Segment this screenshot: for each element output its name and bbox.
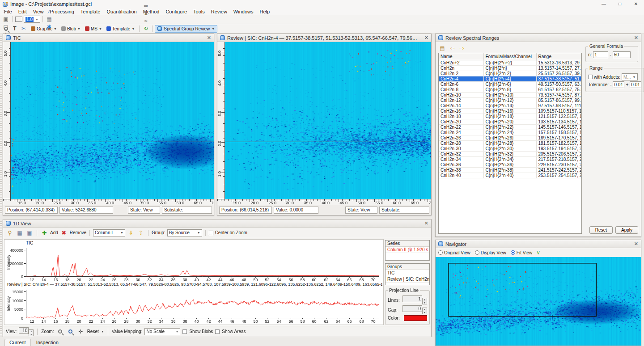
dock-grip[interactable] (0, 36, 2, 214)
apply-template-icon[interactable]: ▲ (142, 10, 150, 17)
navigator-image[interactable] (436, 257, 641, 346)
zoom-level-combo[interactable]: 1.0▼ (24, 16, 40, 23)
value-mapping-combo[interactable]: No Scale▼ (144, 328, 180, 335)
range-row-CnH2n-40[interactable]: CnH2n-40C{n}H{2*n-40}253.5157-254.5157, … (439, 173, 581, 178)
data-table-icon[interactable]: ▦ (45, 16, 53, 23)
zoom-window-icon[interactable]: ◻ (45, 0, 53, 8)
column-combo[interactable]: Column I▼ (93, 229, 125, 236)
move-template-icon[interactable]: ⇒ (142, 2, 150, 10)
range-row-CnH2n-32[interactable]: CnH2n-32C{n}H{2*n-32}205.5157-206.5157, … (439, 151, 581, 156)
column-header-name[interactable]: Name (439, 53, 483, 60)
colormap-icon[interactable] (15, 16, 23, 23)
range-row-CnH2n-34[interactable]: CnH2n-34C{n}H{2*n-34}217.5157-218.5157, … (439, 156, 581, 162)
n-from-input[interactable]: 1 (593, 51, 608, 58)
range-row-CnH2n-24[interactable]: CnH2n-24C{n}H{2*n-24}157.5157-158.5157, … (439, 130, 581, 135)
add-label[interactable]: Add (50, 230, 58, 235)
menu-configure[interactable]: Configure (162, 9, 190, 14)
zoom-reset-label[interactable]: Reset (87, 329, 99, 334)
reset-button[interactable]: Reset (589, 226, 613, 234)
group-item[interactable]: TIC (386, 270, 429, 276)
range-row-CnH2n-16[interactable]: CnH2n-16C{n}H{2*n-16}109.5157-110.5157, … (439, 108, 581, 114)
view-count-input[interactable]: 10 (19, 327, 29, 334)
range-row-CnH2n-4[interactable]: CnH2n-4C{n}H{2*n-4}37.5157-38.5157, 51.5… (439, 76, 581, 81)
column-header-range[interactable]: Range (536, 53, 581, 60)
range-row-CnH2n-8[interactable]: CnH2n-8C{n}H{2*n-8}61.5157-62.5157, 75.5… (439, 87, 581, 92)
tic-1d-chart[interactable] (6, 246, 382, 282)
menu-template[interactable]: Template (77, 9, 104, 14)
copy-plot-icon[interactable]: ▣ (25, 229, 34, 236)
search-icon[interactable] (2, 25, 10, 33)
range-row-CnH2n[interactable]: CnH2nC{n}H{2*n}13.5157-14.5157, 27.5313.… (439, 65, 581, 71)
remove-icon[interactable]: ✖ (60, 229, 68, 236)
lines-spinner[interactable]: ▲▼ (422, 298, 427, 304)
projection-color-swatch[interactable] (404, 315, 427, 321)
menu-tools[interactable]: Tools (190, 9, 208, 14)
range-row-CnH2n-14[interactable]: CnH2n-14C{n}H{2*n-14}97.5157-98.5157, 11… (439, 103, 581, 108)
radio-original-view[interactable]: Original View (438, 250, 470, 255)
review-2d-image[interactable] (225, 42, 431, 199)
blob-menu-button[interactable]: Blob▼ (59, 25, 83, 33)
range-row-CnH2n-36[interactable]: CnH2n-36C{n}H{2*n-36}229.5157-230.5157, … (439, 162, 581, 167)
range-row-CnH2n-12[interactable]: CnH2n-12C{n}H{2*n-12}85.5157-86.5157, 99… (439, 97, 581, 103)
link-icon[interactable]: ⚲ (6, 229, 14, 236)
range-row-CnH2n-38[interactable]: CnH2n-38C{n}H{2*n-38}241.5157-242.5157, … (439, 167, 581, 173)
close-icon[interactable]: ✕ (421, 220, 428, 226)
n-to-input[interactable]: 50 (613, 51, 631, 58)
menu-quantification[interactable]: Quantification (103, 9, 140, 14)
range-row-CnH2n+2[interactable]: CnH2n+2C{n}H{2*n+2}15.5313-16.5313, 29.5… (439, 60, 581, 65)
gap-spinner[interactable]: ▲▼ (422, 308, 427, 314)
reprocess-icon[interactable]: ↻ (142, 25, 150, 33)
view-count-spinner[interactable]: ▲▼ (29, 329, 34, 336)
show-areas-checkbox[interactable] (215, 329, 220, 334)
radio-fit-view[interactable]: Fit View (511, 250, 532, 255)
close-icon[interactable]: ✕ (203, 35, 211, 41)
tic-2d-image[interactable] (11, 42, 214, 199)
apply-button[interactable]: Apply (615, 226, 638, 234)
export-ranges-icon[interactable]: ▤ (438, 45, 446, 52)
lines-input[interactable]: 1 (402, 295, 422, 302)
zoom-out-icon[interactable] (56, 328, 64, 335)
template-cut-icon[interactable]: ✂ (20, 25, 28, 33)
remove-label[interactable]: Remove (70, 230, 86, 235)
tolerance-plus-input[interactable]: 0.01 (630, 81, 641, 88)
move-up-icon[interactable]: ⇧ (137, 229, 145, 236)
pan-icon[interactable]: ✛ (77, 328, 85, 335)
template-menu-button[interactable]: Template▼ (104, 25, 137, 33)
menu-review[interactable]: Review (208, 9, 230, 14)
range-row-CnH2n-26[interactable]: CnH2n-26C{n}H{2*n-26}169.5157-170.5157, … (439, 135, 581, 140)
close-icon[interactable]: ✕ (631, 35, 638, 41)
spectral-group-review-button[interactable]: Spectral Group Review ▼ (155, 25, 217, 33)
gap-input[interactable]: 0 (402, 305, 422, 312)
close-window-button[interactable]: ✕ (628, 0, 644, 8)
add-icon[interactable]: ✚ (40, 229, 48, 236)
range-row-CnH2n-28[interactable]: CnH2n-28C{n}H{2*n-28}181.5157-182.5157, … (439, 140, 581, 146)
menu-windows[interactable]: Windows (230, 9, 257, 14)
save-plot-icon[interactable]: ▦ (16, 229, 24, 236)
range-row-CnH2n-20[interactable]: CnH2n-20C{n}H{2*n-20}133.5157-134.5157, … (439, 119, 581, 124)
maximize-button[interactable]: □ (612, 0, 628, 8)
range-row-CnH2n-10[interactable]: CnH2n-10C{n}H{2*n-10}73.5157-74.5157, 87… (439, 92, 581, 97)
menu-view[interactable]: View (30, 9, 47, 14)
tolerance-minus-input[interactable]: 0.01 (613, 81, 624, 88)
zoom-in-icon[interactable] (67, 328, 75, 335)
adducts-combo[interactable]: M...▼ (622, 73, 638, 80)
next-range-icon[interactable]: ⇨ (458, 45, 466, 52)
graphic-menu-button[interactable]: Graphic▼ (29, 25, 59, 33)
center-on-zoom-checkbox[interactable] (209, 231, 213, 235)
copy-icon[interactable]: ▣ (2, 16, 10, 23)
range-row-CnH2n-6[interactable]: CnH2n-6C{n}H{2*n-6}49.5157-50.5157, 63.5… (439, 81, 581, 87)
group-combo[interactable]: By Source▼ (167, 229, 202, 236)
tab-current[interactable]: Current (4, 339, 31, 346)
ms-menu-button[interactable]: MS▼ (83, 25, 104, 33)
range-row-CnH2n-2[interactable]: CnH2n-2C{n}H{2*n-2}25.5157-26.5157, 39.5… (439, 71, 581, 76)
series-item[interactable]: Column II @ 1.920 s (386, 247, 429, 253)
dock-grip[interactable] (0, 221, 2, 335)
group-item[interactable]: Review | SIC: CnH2n-... (386, 276, 429, 283)
with-adducts-checkbox[interactable] (588, 75, 593, 79)
close-icon[interactable]: ✕ (631, 241, 638, 247)
text-tool-icon[interactable]: T (11, 25, 19, 33)
close-icon[interactable]: ✕ (421, 35, 428, 41)
prev-range-icon[interactable]: ⇦ (448, 45, 456, 52)
cut-icon[interactable]: ✂ (2, 8, 10, 16)
chevron-down-icon[interactable]: ▼ (101, 330, 104, 333)
